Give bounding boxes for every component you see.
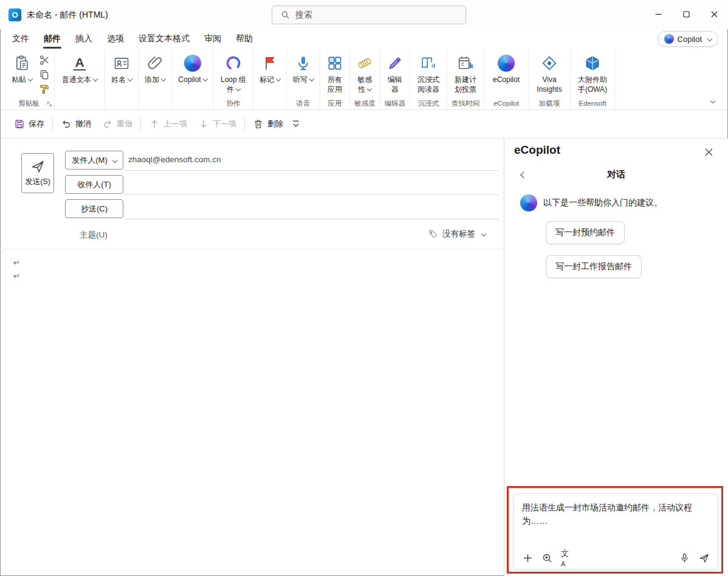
undo-button[interactable]: 撤消 (55, 115, 97, 133)
menu-tab-6[interactable]: 帮助 (228, 29, 260, 49)
chevron-down-icon (276, 77, 281, 81)
return-mark: ↵ (13, 270, 504, 283)
microphone-ribbon-button[interactable]: 听写 (291, 50, 315, 85)
ribbon-button-label: 沉浸式阅读器 (417, 75, 439, 94)
toolbar-item-label: 删除 (267, 118, 283, 129)
chat-input-card[interactable]: 用法语生成一封市场活动邀约邮件，活动议程为…… 文A (513, 493, 718, 570)
copilot-toggle-button[interactable]: Copilot (658, 31, 718, 47)
menu-tab-0[interactable]: 文件 (5, 29, 36, 49)
contact-card-ribbon-button[interactable]: 姓名 (109, 50, 134, 85)
ribbon: 粘贴剪贴板A普通文本姓名添加CopilotLoop 组件协作标记听写语音所有应用… (0, 49, 728, 110)
cut-button[interactable] (39, 55, 50, 66)
from-button-label: 发件人(M) (72, 155, 108, 166)
translate-icon[interactable]: 文A (561, 552, 572, 564)
ribbon-button-label: 粘贴 (12, 75, 26, 84)
sensitivity-ribbon-button[interactable]: 敏感性 (354, 50, 375, 94)
zoom-in-icon[interactable] (541, 552, 553, 564)
copilot-ribbon-button[interactable]: Copilot (176, 50, 209, 85)
save-button[interactable]: 保存 (9, 115, 50, 133)
format-painter-button[interactable] (39, 84, 50, 95)
minimize-button[interactable] (644, 0, 672, 29)
ecopilot-ribbon-button[interactable]: eCopilot (489, 50, 524, 85)
ribbon-group-label: 敏感度 (354, 97, 376, 109)
microphone-icon[interactable] (679, 552, 690, 564)
flag-ribbon-button[interactable]: 标记 (258, 50, 282, 85)
from-button[interactable]: 发件人(M) (65, 151, 123, 170)
toolbar-separator (140, 117, 141, 131)
immersive-reader-ribbon-button[interactable]: 沉浸式阅读器 (414, 50, 442, 94)
message-body[interactable]: ↵ ↵ (0, 249, 504, 576)
ribbon-button-label: 编辑器 (388, 75, 402, 94)
text-format-icon: A (71, 55, 88, 72)
to-button-label: 收件人(T) (77, 179, 111, 190)
poll-calendar-ribbon-button[interactable]: 新建计划投票 (452, 50, 479, 94)
subject-field[interactable]: 主题(U) (80, 230, 108, 241)
chat-input-text[interactable]: 用法语生成一封市场活动邀约邮件，活动议程为…… (522, 501, 710, 527)
poll-calendar-icon (457, 55, 474, 72)
immersive-reader-icon (420, 55, 437, 72)
chevron-down-icon (28, 77, 33, 81)
main-area: 发送(S) 发件人(M) zhaoql@edensoft.com.cn 收件人(… (0, 139, 728, 576)
add-icon[interactable] (522, 552, 534, 564)
ecopilot-icon (498, 55, 515, 72)
menu-tab-4[interactable]: 设置文本格式 (131, 29, 197, 49)
menu-tab-3[interactable]: 选项 (100, 29, 131, 49)
toolbar-overflow-icon[interactable] (291, 119, 301, 129)
cc-field-underline[interactable] (125, 219, 498, 219)
from-value[interactable]: zhaoql@edensoft.com.cn (128, 155, 221, 164)
delete-button[interactable]: 删除 (247, 115, 289, 133)
copilot-toggle-label: Copilot (678, 35, 702, 44)
send-icon[interactable] (698, 552, 710, 564)
ribbon-button-label: 添加 (145, 75, 159, 84)
viva-ribbon-button[interactable]: Viva Insights (533, 50, 566, 94)
apps-grid-ribbon-button[interactable]: 所有应用 (325, 50, 345, 94)
cube-ribbon-button[interactable]: 大附件助手(OWA) (575, 50, 610, 94)
text-format-ribbon-button[interactable]: A普通文本 (59, 50, 100, 85)
ribbon-group: Loop 组件协作 (214, 49, 253, 109)
search-icon (281, 10, 290, 19)
ribbon-button-label: 听写 (293, 75, 307, 84)
send-button[interactable]: 发送(S) (21, 153, 54, 193)
contact-card-icon (113, 55, 130, 72)
suggestion-chip[interactable]: 写一封预约邮件 (546, 221, 625, 244)
ribbon-collapse-button[interactable] (707, 96, 718, 106)
suggestion-chip[interactable]: 写一封工作报告邮件 (546, 255, 642, 278)
toolbar-item-label: 上一项 (163, 118, 187, 129)
chevron-down-icon (202, 77, 207, 81)
ribbon-group-label (109, 97, 134, 109)
menu-tab-2[interactable]: 插入 (68, 29, 100, 49)
ribbon-group: 所有应用应用 (320, 49, 350, 109)
clipboard-paste-ribbon-button[interactable]: 粘贴 (8, 50, 36, 85)
panel-close-button[interactable] (702, 146, 715, 158)
chat-input-toolbar: 文A (522, 552, 710, 564)
copy-button[interactable] (39, 69, 50, 80)
menu-tab-5[interactable]: 审阅 (197, 29, 228, 49)
quick-access-toolbar: 保存撤消重做上一项下一项删除 (0, 110, 728, 139)
conversation-header: 对话 (504, 169, 728, 180)
ribbon-group-label: 剪贴板 (8, 97, 50, 109)
cc-button[interactable]: 抄送(C) (65, 199, 123, 218)
save-icon (14, 118, 25, 129)
loop-ribbon-button[interactable]: Loop 组件 (218, 50, 249, 94)
ribbon-group-label: 沉浸式 (414, 97, 442, 109)
maximize-button[interactable] (672, 0, 700, 29)
tags-dropdown[interactable]: 没有标签 (428, 228, 486, 239)
arrow-up-icon (149, 118, 160, 129)
ecopilot-panel: eCopilot 对话 以下是一些帮助你入门的建议。 写一封预约邮件写一封工作报… (504, 139, 728, 576)
paperclip-ribbon-button[interactable]: 添加 (143, 50, 167, 85)
suggestion-chips: 写一封预约邮件写一封工作报告邮件 (546, 221, 642, 278)
toolbar-separator (244, 117, 245, 131)
copilot-icon (664, 34, 674, 44)
search-box[interactable]: 搜索 (272, 5, 466, 24)
ribbon-group: 姓名 (105, 49, 139, 109)
dialog-launcher-icon[interactable] (46, 101, 52, 107)
close-button[interactable] (700, 0, 728, 29)
editor-pen-ribbon-button[interactable]: 编辑器 (385, 50, 405, 94)
toolbar-item-label: 撤消 (75, 118, 91, 129)
menu-tab-1[interactable]: 邮件 (36, 29, 68, 49)
to-field-underline[interactable] (125, 194, 498, 195)
apps-grid-icon (326, 55, 343, 72)
ribbon-button-label: Loop 组件 (221, 75, 246, 94)
to-button[interactable]: 收件人(T) (65, 175, 123, 194)
editor-pen-icon (386, 55, 403, 72)
